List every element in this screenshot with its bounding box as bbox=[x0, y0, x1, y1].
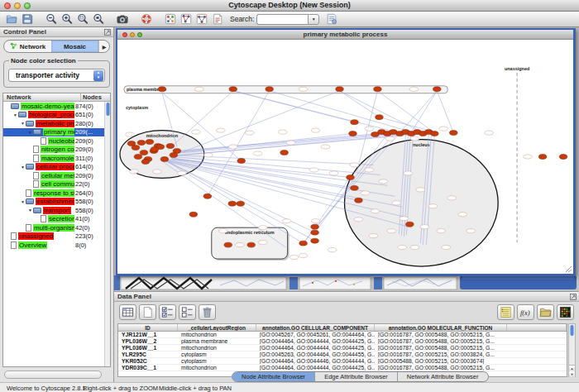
open-file-icon[interactable] bbox=[3, 12, 19, 26]
graph-edge[interactable] bbox=[174, 157, 380, 175]
graph-node[interactable] bbox=[140, 151, 148, 155]
zoom-selected-region-icon[interactable] bbox=[74, 12, 90, 26]
help-lifesaver-icon[interactable] bbox=[138, 12, 154, 26]
scroll-down-arrow[interactable]: ▼ bbox=[569, 371, 575, 377]
expand-arrow-icon[interactable]: ▼ bbox=[12, 112, 18, 117]
graph-node[interactable] bbox=[374, 87, 382, 92]
graph-edge[interactable] bbox=[304, 177, 351, 243]
node-color-dropdown[interactable]: transporter activity ▲▼ bbox=[8, 69, 105, 82]
graph-node[interactable] bbox=[299, 241, 308, 246]
graph-node[interactable] bbox=[311, 224, 319, 229]
graph-edge[interactable] bbox=[166, 160, 359, 200]
graph-node[interactable] bbox=[134, 155, 142, 160]
graph-node[interactable] bbox=[158, 87, 166, 92]
tab-node-attribute-browser[interactable]: Node Attribute Browser bbox=[232, 372, 314, 381]
network-zoom-button[interactable] bbox=[137, 32, 142, 37]
graph-node[interactable] bbox=[137, 141, 146, 146]
graph-node[interactable] bbox=[349, 131, 357, 136]
apply-layout-a-icon[interactable] bbox=[178, 12, 194, 26]
graph-node[interactable] bbox=[351, 120, 359, 125]
graph-node[interactable] bbox=[247, 242, 256, 247]
network-window-titlebar[interactable]: primary metabolic process bbox=[117, 30, 573, 40]
graph-node[interactable] bbox=[336, 87, 344, 92]
graph-node[interactable] bbox=[132, 146, 140, 151]
expand-arrow-icon[interactable]: ▼ bbox=[20, 121, 26, 126]
save-session-icon[interactable] bbox=[19, 12, 35, 26]
attribute-batch-editor-icon[interactable] bbox=[497, 304, 514, 320]
graph-node[interactable] bbox=[538, 155, 547, 160]
graph-edge[interactable] bbox=[167, 161, 315, 232]
graph-node[interactable] bbox=[347, 174, 355, 179]
graph-node[interactable] bbox=[224, 242, 232, 247]
function-builder-icon[interactable]: f(x) bbox=[517, 304, 534, 320]
tab-network[interactable]: Network bbox=[4, 41, 51, 52]
float-data-panel-icon[interactable] bbox=[570, 294, 577, 300]
tree-row-cellular-process[interactable]: ▼cellular process614(0) bbox=[3, 163, 104, 172]
table-row[interactable]: YDR039C__1mitochondrion[GO:0044464, GO:0… bbox=[118, 365, 567, 371]
close-window-button[interactable] bbox=[4, 2, 11, 9]
table-row[interactable]: YKR052Ccytoplasm[GO:0044464, GO:0044446,… bbox=[118, 358, 567, 365]
create-attribute-icon[interactable] bbox=[139, 304, 156, 320]
graph-node[interactable] bbox=[311, 230, 319, 235]
tree-row-transport[interactable]: ▼transport558(0) bbox=[3, 206, 104, 215]
graph-node[interactable] bbox=[160, 157, 169, 162]
graph-node[interactable] bbox=[166, 144, 175, 149]
tree-row-overview[interactable]: Overview8(0) bbox=[3, 241, 104, 250]
network-close-button[interactable] bbox=[122, 32, 127, 37]
minimize-window-button[interactable] bbox=[14, 2, 21, 9]
table-row[interactable]: YLR295Ccytoplasm[GO:0045263, GO:0044464,… bbox=[118, 351, 567, 358]
graph-node[interactable] bbox=[449, 131, 457, 136]
tree-row-nitrogen-compo[interactable]: nitrogen compo209(0) bbox=[3, 146, 104, 155]
network-canvas[interactable]: plasma membranecytoplasmmitochondrionnuc… bbox=[117, 40, 573, 274]
tree-row-mosaic-demo-yeast[interactable]: mosaic-demo-yeast874(0) bbox=[3, 102, 104, 111]
vizmapper-icon[interactable] bbox=[162, 12, 178, 26]
tree-row-biological-process[interactable]: ▼biological_process651(0) bbox=[3, 111, 104, 120]
expand-arrow-icon[interactable]: ▼ bbox=[27, 130, 33, 135]
search-dropdown-arrow[interactable]: ▼ bbox=[308, 14, 319, 25]
graph-edge[interactable] bbox=[169, 91, 233, 150]
expand-arrow-icon[interactable]: ▼ bbox=[27, 208, 33, 213]
tree-row-primary-metabo[interactable]: ▼primary metabo209(... bbox=[3, 128, 104, 137]
zoom-out-icon[interactable] bbox=[43, 12, 59, 26]
tree-column-nodes[interactable]: Nodes bbox=[80, 93, 110, 101]
table-column-header[interactable]: ID bbox=[118, 324, 178, 331]
graph-node[interactable] bbox=[406, 222, 414, 227]
search-input[interactable] bbox=[256, 14, 308, 25]
graph-node[interactable] bbox=[351, 185, 359, 190]
network-minimize-button[interactable] bbox=[130, 32, 135, 37]
graph-node[interactable] bbox=[141, 159, 150, 164]
tree-row-unassigned[interactable]: unassigned223(0) bbox=[3, 232, 104, 241]
tree-row-cellular-metabo[interactable]: cellular metabo209(0) bbox=[3, 171, 104, 180]
tab-edge-attribute-browser[interactable]: Edge Attribute Browser bbox=[314, 372, 397, 381]
graph-node[interactable] bbox=[189, 212, 198, 217]
table-column-header[interactable]: annotation.GO MOLECULAR_FUNCTION bbox=[375, 324, 507, 331]
graph-node[interactable] bbox=[203, 194, 212, 198]
tree-row-metabolic-process[interactable]: ▼metabolic process280(0) bbox=[3, 119, 104, 128]
table-row[interactable]: YPL036W__1mitochondrion[GO:0044464, GO:0… bbox=[118, 345, 567, 351]
attribute-select-icon[interactable] bbox=[119, 304, 136, 320]
zoom-in-icon[interactable] bbox=[59, 12, 74, 26]
graph-edge[interactable] bbox=[340, 91, 423, 133]
annotation-icon[interactable] bbox=[209, 12, 225, 26]
table-column-header[interactable]: annotation.GO CELLULAR_COMPONENT bbox=[256, 324, 375, 331]
background-network-windows[interactable] bbox=[114, 275, 579, 291]
graph-node[interactable] bbox=[229, 87, 237, 92]
tree-horizontal-scrollbar[interactable] bbox=[4, 370, 102, 379]
zoom-window-button[interactable] bbox=[24, 2, 31, 9]
graph-node[interactable] bbox=[170, 153, 178, 158]
graph-node[interactable] bbox=[266, 87, 274, 92]
graph-edge[interactable] bbox=[270, 91, 412, 132]
tree-row-cell-communicat[interactable]: cell communicat22(0) bbox=[3, 180, 104, 189]
tree-row-establishment-of-lo[interactable]: ▼establishment of lo558(0) bbox=[3, 198, 104, 207]
tree-vertical-scrollbar[interactable] bbox=[104, 102, 110, 366]
scrollbar-arrows[interactable]: ▲▼ bbox=[569, 365, 575, 376]
unselect-all-attributes-icon[interactable] bbox=[179, 304, 196, 320]
tree-row-multi-organism-pro[interactable]: multi-organism pro42(0) bbox=[3, 223, 104, 232]
delete-attribute-icon[interactable] bbox=[199, 304, 216, 320]
expand-arrow-icon[interactable]: ▼ bbox=[20, 165, 26, 170]
graph-edge[interactable] bbox=[177, 134, 353, 153]
float-panel-icon[interactable] bbox=[104, 29, 111, 36]
expand-arrow-icon[interactable]: ▼ bbox=[20, 199, 26, 204]
graph-node[interactable] bbox=[355, 198, 363, 203]
tree-row-macromolecule[interactable]: macromolecule311(0) bbox=[3, 154, 104, 163]
